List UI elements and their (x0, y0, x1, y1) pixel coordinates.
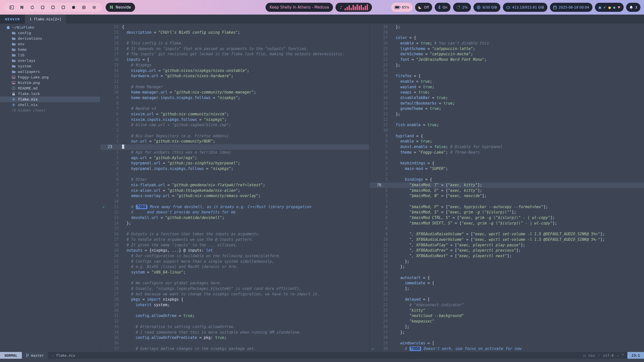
code-line[interactable]: 27 }; (370, 330, 644, 335)
code-line[interactable]: 15 (100, 226, 369, 232)
code-line[interactable]: 3 (100, 128, 369, 133)
code-line[interactable]: 24 darkScheme = "catppuccin-mocha"; (370, 52, 644, 57)
workspace-filled-icon[interactable] (71, 5, 76, 10)
code-line[interactable]: 18 immediate = [ (370, 281, 644, 286)
code-line[interactable]: 20 (370, 292, 644, 297)
code-line[interactable]: 14 }; (370, 259, 644, 264)
code-line[interactable]: ✓11 # TODO Move away from devshell, as i… (100, 204, 369, 210)
code-line[interactable]: 10 (100, 199, 369, 204)
editor-left-pane[interactable]: 22{21 description = "ChUrl's NixOS confi… (100, 24, 369, 352)
tray-diamond-teal-icon[interactable]: ◆ (613, 6, 616, 9)
code-line[interactable]: 18 wayland = true; (370, 84, 644, 90)
code-line[interactable]: 13 hardware.url = "github:nixos/nixos-ha… (100, 73, 369, 79)
code-line[interactable]: 15 defaultBookmarks = true; (370, 101, 644, 106)
code-line[interactable]: 28 (370, 335, 644, 341)
tree-item-system[interactable]: system (0, 63, 100, 69)
tree-item-derivations[interactable]: derivations (0, 36, 100, 41)
code-line[interactable]: 27 # but because we want to change the n… (100, 292, 369, 297)
code-line[interactable]: 22 # e.g. NixOS (linux) and MacOS (darwi… (100, 264, 369, 270)
code-line[interactable]: 10 home-manager.url = "github:nix-commun… (100, 90, 369, 95)
neovide-app-button[interactable]: N Neovide (106, 3, 135, 12)
code-line[interactable]: 23 (100, 144, 369, 150)
workspace-empty-icon[interactable] (61, 5, 66, 10)
code-line[interactable]: 23 font = "JetBrainsMono Nerd Font Mono"… (370, 57, 644, 63)
code-line[interactable]: 19 enable = true; (370, 79, 644, 84)
cpu-module[interactable]: 2% (453, 3, 471, 12)
tree-item-~/NixFlake[interactable]: ~/NixFlake (0, 25, 100, 30)
code-line[interactable]: 22{ (100, 24, 369, 30)
code-line[interactable]: 7 "$mainMod SHIFT, S" = ["exec, grim -g … (370, 221, 644, 226)
code-line[interactable]: 17 # To handle extra arguments we use th… (100, 237, 369, 243)
code-line[interactable]: 76 "$mainMod, T" = ["exec, kitty"]; (370, 183, 644, 188)
code-line[interactable]: 13 ", XF86AudioNext" = ["exec, playerctl… (370, 253, 644, 259)
code-line[interactable]: 1 bindings = { (370, 177, 644, 183)
code-line[interactable]: 1 nur.url = "github:nix-community/NUR"; (100, 139, 369, 144)
idle-inhibitor-module[interactable]: Off (415, 3, 432, 12)
disk-module[interactable]: 413.19/915.81 GiB (503, 3, 547, 12)
code-line[interactable]: 12 # and doesn't provide any benefits fo… (100, 210, 369, 215)
code-line[interactable]: 14 nixpkgs.url = "github:nixos/nixpkgs/n… (100, 68, 369, 74)
code-line[interactable]: 11 fish.enable = true; (370, 122, 644, 128)
code-line[interactable]: 3 hyprpanel.url = "github:jas-singhfsu/h… (100, 161, 369, 166)
code-line[interactable]: 24 (100, 275, 369, 281)
code-line[interactable]: 8 (100, 101, 369, 106)
code-line[interactable]: 1 "$mainMod, E" = ["exec, kitty"]; (370, 188, 644, 194)
code-line[interactable]: 16 inputs = { (100, 57, 369, 63)
git-branch[interactable]: master (22, 352, 48, 359)
code-line[interactable]: 12 ", XF86AudioPrev" = ["exec, playerctl… (370, 248, 644, 253)
code-line[interactable]: 13 devshell.url = "github:numtide/devshe… (100, 215, 369, 221)
code-line[interactable]: 6 "$mainMod CTRL, S" = ["exec, grim -g \… (370, 215, 644, 221)
tree-item-NixVim.png[interactable]: NixVim.png (0, 80, 100, 85)
code-line[interactable]: 17 autostart = { (370, 275, 644, 281)
code-line[interactable]: 26 ]; (370, 324, 644, 330)
notifications-module[interactable]: 3 (626, 3, 640, 12)
code-line[interactable]: 25 lightScheme = "catppuccin-latte"; (370, 46, 644, 52)
code-line[interactable]: 2 # Nix User Repository (e.g. Firefox ad… (100, 133, 369, 139)
code-line[interactable]: 6 # Other (100, 177, 369, 183)
code-line[interactable]: 6 theme = "Foggy-Lake"; # Three-Bears (370, 150, 644, 155)
code-line[interactable]: 15 }; (370, 264, 644, 270)
code-line[interactable]: 22 }; (370, 63, 644, 68)
tab-flake-nix[interactable]: 1 flake.nix[2+] (25, 15, 66, 24)
tray-app-blue-icon[interactable]: ▣ (598, 6, 601, 9)
code-line[interactable]: 32 (100, 319, 369, 324)
tray-check-icon[interactable]: ✔ (603, 6, 606, 9)
battery-module[interactable]: 85% (391, 3, 413, 12)
code-line[interactable]: 25 # We configure our global packages he… (100, 281, 369, 286)
code-line[interactable]: 20 firefox = { (370, 73, 644, 79)
code-line[interactable]: 16 (370, 270, 644, 275)
grid-icon[interactable] (81, 5, 86, 10)
record-icon[interactable] (92, 5, 97, 10)
code-line[interactable]: 21 description = "ChUrl's NixOS config u… (100, 30, 369, 35)
code-line[interactable]: 28 (370, 30, 644, 35)
code-line[interactable]: 14 }; (100, 221, 369, 226)
code-line[interactable]: 13 }; (370, 112, 644, 117)
code-line[interactable]: 21 (370, 68, 644, 74)
code-line[interactable]: 14 gnomeTheme = true; (370, 106, 644, 112)
neovide-workspace-icon[interactable]: N (19, 5, 24, 10)
code-line[interactable]: 8 nix-alien.url = "github:thiagokokada/n… (100, 188, 369, 194)
tree-item-overlays[interactable]: overlays (0, 58, 100, 63)
tree-item-env[interactable]: env (0, 41, 100, 47)
code-line[interactable]: 37 # Overlays define changes in the nixp… (100, 346, 369, 352)
workspace-empty-icon[interactable] (50, 5, 55, 10)
code-line[interactable]: 17 vaapi = true; (370, 90, 644, 95)
bluetooth-module[interactable]: On (435, 3, 451, 12)
code-line[interactable]: 19 outputs = {nixpkgs, ...} @ inputs: le… (100, 248, 369, 253)
memory-module[interactable]: 9/30 GiB (473, 3, 500, 12)
code-line[interactable]: 28 pkgs = import nixpkgs { (100, 297, 369, 302)
tray-dot-yellow-icon[interactable]: ● (608, 6, 611, 9)
tree-item-home[interactable]: home (0, 47, 100, 52)
code-line[interactable]: 25 "keepassxc" (370, 319, 644, 324)
code-line[interactable]: 7 nix-flatpak.url = "github:gmodena/nix-… (100, 183, 369, 188)
code-line[interactable]: 20 # Our configuration is buildable on t… (100, 253, 369, 259)
code-line[interactable]: 10 (370, 128, 644, 133)
tree-item-config[interactable]: config (0, 30, 100, 36)
code-line[interactable]: 9 hyprland = { (370, 133, 644, 139)
code-line[interactable]: 33 # Alternative to setting config.allow… (100, 324, 369, 330)
tree-item-lib[interactable]: lib (0, 52, 100, 58)
code-line[interactable]: 4 hyprpanel.inputs.nixpkgs.follows = "ni… (100, 166, 369, 172)
tree-item-flake.lock[interactable]: flake.lock (0, 91, 100, 97)
code-line[interactable]: ✓30 # TODO Doesn't work, use focus_on_ac… (370, 346, 644, 352)
code-line[interactable]: 12 (100, 79, 369, 84)
